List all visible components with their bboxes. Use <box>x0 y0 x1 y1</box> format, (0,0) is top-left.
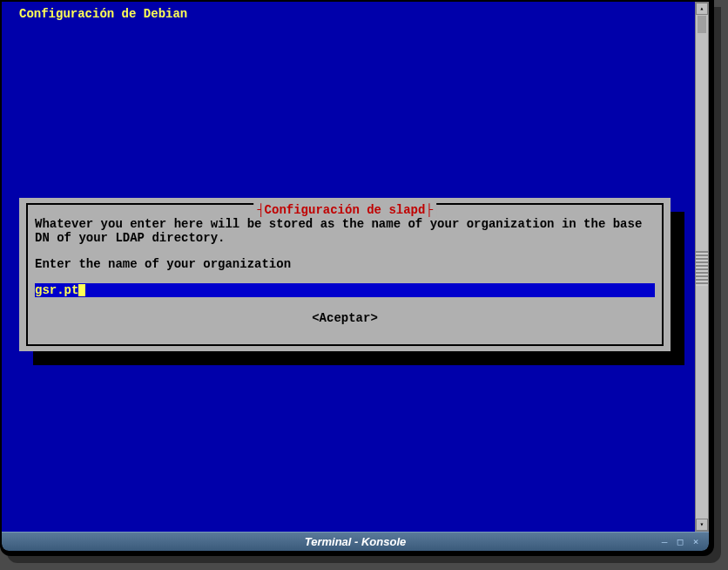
maximize-button[interactable]: □ <box>674 536 686 548</box>
page-title: Configuración de Debian <box>19 7 187 21</box>
minimize-button[interactable]: – <box>658 536 671 548</box>
organization-input[interactable]: gsr.pt <box>35 283 655 297</box>
window-title: Terminal - Konsole <box>305 535 407 548</box>
window-controls: – □ × <box>658 536 702 548</box>
window-titlebar: Terminal - Konsole – □ × <box>2 532 709 551</box>
scroll-thumb[interactable] <box>698 16 706 33</box>
terminal-content: Configuración de Debian ┤Configuración d… <box>2 2 695 532</box>
text-cursor <box>78 284 85 296</box>
scroll-grip <box>696 251 708 286</box>
scroll-down-arrow[interactable]: ▾ <box>696 519 708 531</box>
dialog-box: ┤Configuración de slapd├ Whatever you en… <box>19 198 671 351</box>
vertical-scrollbar[interactable]: ▴ ▾ <box>695 2 709 532</box>
accept-button[interactable]: <Aceptar> <box>312 311 378 325</box>
close-button[interactable]: × <box>690 536 702 548</box>
dialog-description: Whatever you enter here will be stored a… <box>35 217 655 245</box>
dialog-title: ┤Configuración de slapd├ <box>253 203 436 217</box>
dialog-prompt: Enter the name of your organization <box>35 257 291 271</box>
window-frame: Configuración de Debian ┤Configuración d… <box>0 0 714 556</box>
terminal-window: Configuración de Debian ┤Configuración d… <box>0 0 711 553</box>
scroll-up-arrow[interactable]: ▴ <box>696 3 708 15</box>
